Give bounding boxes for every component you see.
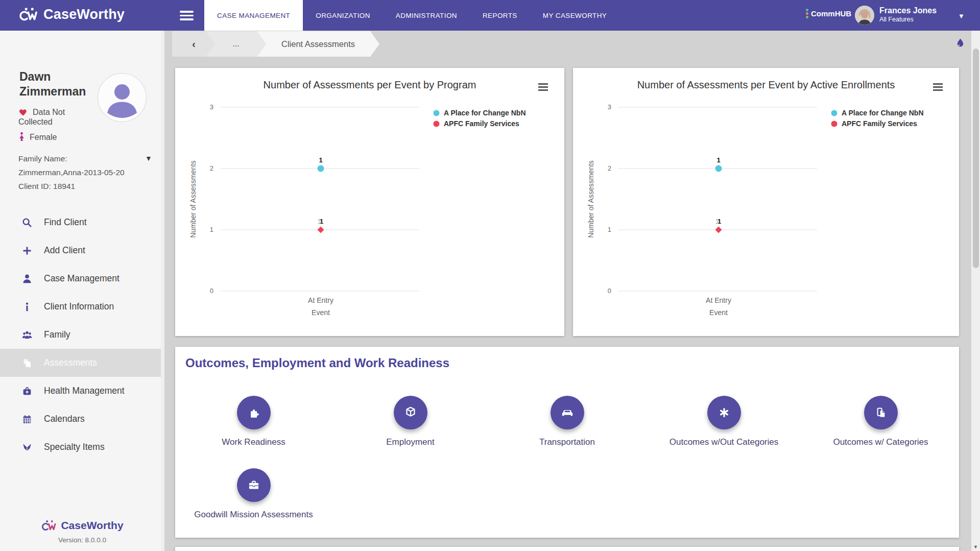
svg-text:1: 1 (716, 156, 720, 164)
sidebar-item-assessments[interactable]: Assessments (0, 349, 164, 377)
caseworthy-mark-icon (41, 520, 57, 532)
chart-context-menu-button[interactable] (538, 83, 548, 92)
svg-text:2: 2 (210, 164, 213, 172)
sidebar-scrollbar[interactable] (161, 31, 164, 551)
tab-organization[interactable]: ORGANIZATION (303, 0, 383, 31)
user-menu-caret-icon[interactable]: ▼ (958, 12, 965, 20)
outcomes-section: Outcomes, Employment and Work Readiness … (175, 347, 959, 538)
sidebar-item-label: Add Client (44, 245, 85, 256)
scrollbar-thumb[interactable] (973, 49, 979, 268)
medical-bag-icon (21, 386, 33, 397)
svg-text:3: 3 (210, 103, 213, 111)
info-icon (21, 301, 33, 313)
gender-text: Female (30, 133, 57, 141)
family-dropdown-caret-icon[interactable]: ▼ (145, 154, 152, 162)
sidebar-item-case-management[interactable]: Case Management (0, 265, 164, 293)
footer-logo: CaseWorthy (0, 519, 164, 532)
caseworthy-app: CaseWorthy CASE MANAGEMENT ORGANIZATION … (0, 0, 980, 551)
cube-icon (394, 396, 427, 429)
puzzle-icon (237, 396, 271, 429)
sidebar-item-label: Family (44, 329, 70, 340)
outcomes-title: Outcomes, Employment and Work Readiness (185, 356, 449, 370)
main-content: ‹ ... Client Assessments Number of Asses… (164, 31, 980, 551)
next-section-card-edge (175, 547, 959, 551)
commhub-logo[interactable]: CommHUB (806, 9, 851, 18)
sidebar-item-specialty-items[interactable]: Specialty Items (0, 433, 164, 461)
scrollbar-down-button[interactable]: ▼ (971, 542, 980, 551)
caseworthy-mark-icon (18, 7, 39, 22)
theme-drop-button[interactable] (955, 37, 965, 52)
svg-text:1: 1 (210, 226, 213, 233)
sidebar-item-find-client[interactable]: Find Client (0, 208, 164, 236)
svg-text:At Entry: At Entry (706, 296, 731, 304)
vertical-scrollbar[interactable]: ▼ (971, 31, 980, 551)
tab-reports[interactable]: REPORTS (470, 0, 530, 31)
chart-title: Number of Assessments per Event by Activ… (573, 79, 959, 91)
user-role: All Features (879, 16, 937, 23)
chart-context-menu-button[interactable] (933, 83, 943, 92)
asterisk-icon (707, 396, 741, 429)
outcome-label: Work Readiness (222, 437, 285, 447)
family-value: Zimmerman,Anna-2013-05-20 (18, 165, 155, 179)
breadcrumb-current[interactable]: Client Assessments (257, 31, 379, 57)
specialty-icon (21, 442, 33, 453)
footer-brand-text: CaseWorthy (61, 519, 123, 532)
chart-card-by-program: Number of Assessments per Event by Progr… (175, 68, 564, 336)
commhub-label: CommHUB (811, 9, 851, 18)
person-placeholder-icon (97, 73, 147, 123)
calendar-icon (21, 414, 33, 425)
breadcrumb-ellipsis-label: ... (232, 39, 239, 49)
client-id: Client ID: 18941 (18, 179, 155, 193)
water-drop-icon (955, 37, 965, 50)
outcome-employment-button[interactable]: Employment (332, 396, 489, 468)
outcome-label: Transportation (539, 437, 595, 447)
svg-text:Event: Event (709, 308, 728, 317)
user-avatar[interactable] (855, 6, 874, 25)
scatter-plot: 0123At EntryEventNumber of Assessments11… (573, 99, 959, 328)
documents-icon (864, 396, 898, 429)
family-label: Family Name: (18, 152, 155, 165)
svg-text:Number of Assessments: Number of Assessments (587, 160, 595, 238)
chevron-left-icon: ‹ (192, 38, 196, 50)
client-avatar[interactable] (97, 73, 147, 123)
outcome-transportation-button[interactable]: Transportation (489, 396, 646, 468)
outcome-wout-categories-button[interactable]: Outcomes w/Out Categories (646, 396, 802, 468)
svg-text:0: 0 (608, 287, 611, 295)
outcome-work-readiness-button[interactable]: Work Readiness (175, 396, 332, 468)
sidebar-item-health-management[interactable]: Health Management (0, 377, 164, 405)
scatter-plot: 0123At EntryEventNumber of Assessments11… (175, 99, 564, 328)
commhub-mark-icon (806, 9, 808, 18)
female-icon (18, 132, 25, 141)
menu-hamburger-icon[interactable] (180, 11, 194, 20)
outcome-label: Outcomes w/Out Categories (670, 437, 779, 447)
caseworthy-logo[interactable]: CaseWorthy (18, 7, 125, 22)
outcome-goodwill-mission-button[interactable]: Goodwill Mission Assessments (175, 468, 332, 541)
breadcrumb-current-label: Client Assessments (281, 39, 355, 49)
svg-text:2: 2 (608, 164, 611, 172)
car-icon (551, 396, 584, 429)
tab-administration[interactable]: ADMINISTRATION (383, 0, 470, 31)
user-menu[interactable]: Frances Jones All Features (879, 5, 937, 23)
client-name: Dawn Zimmerman (19, 69, 86, 99)
document-icon (21, 357, 33, 369)
person-icon (21, 273, 33, 284)
chart-title: Number of Assessments per Event by Progr… (175, 79, 564, 91)
svg-text:At Entry: At Entry (308, 296, 333, 304)
sidebar-item-family[interactable]: Family (0, 321, 164, 349)
user-name: Frances Jones (879, 5, 937, 16)
sidebar-item-add-client[interactable]: Add Client (0, 236, 164, 265)
tab-my-caseworthy[interactable]: MY CASEWORTHY (530, 0, 619, 31)
gender-row: Female (18, 132, 100, 142)
tab-case-management[interactable]: CASE MANAGEMENT (204, 0, 303, 31)
sidebar-item-calendars[interactable]: Calendars (0, 405, 164, 433)
health-status-row: Data Not Collected (18, 107, 100, 127)
svg-text:Event: Event (312, 308, 330, 317)
sidebar-item-label: Find Client (44, 217, 87, 228)
user-photo-icon (855, 6, 874, 25)
svg-text:3: 3 (608, 103, 611, 111)
sidebar-item-client-information[interactable]: Client Information (0, 293, 164, 321)
outcome-label: Outcomes w/ Categories (833, 437, 928, 447)
app-version: Version: 8.0.0.0 (0, 536, 164, 544)
primary-nav-tabs: CASE MANAGEMENT ORGANIZATION ADMINISTRAT… (204, 0, 619, 31)
outcome-w-categories-button[interactable]: Outcomes w/ Categories (802, 396, 959, 468)
